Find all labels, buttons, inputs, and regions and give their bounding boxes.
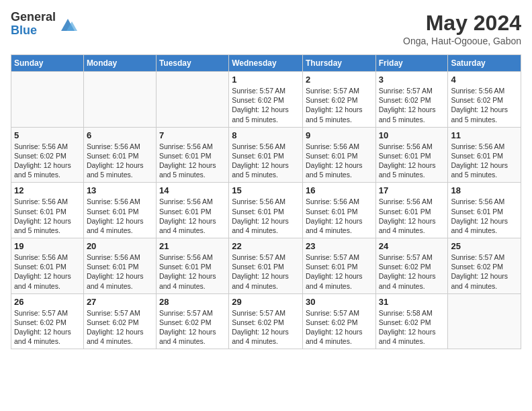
calendar-cell: 4Sunrise: 5:56 AMSunset: 6:02 PMDaylight…: [448, 72, 521, 128]
calendar-cell: 6Sunrise: 5:56 AMSunset: 6:01 PMDaylight…: [83, 127, 156, 183]
calendar-cell: 11Sunrise: 5:56 AMSunset: 6:01 PMDayligh…: [448, 127, 521, 183]
day-info: Sunrise: 5:56 AMSunset: 6:01 PMDaylight:…: [379, 142, 445, 180]
day-info: Sunrise: 5:57 AMSunset: 6:02 PMDaylight:…: [451, 253, 518, 291]
day-number: 27: [87, 297, 153, 307]
day-info: Sunrise: 5:56 AMSunset: 6:01 PMDaylight:…: [14, 253, 81, 291]
calendar-cell: 23Sunrise: 5:57 AMSunset: 6:01 PMDayligh…: [302, 238, 375, 294]
header-day: Monday: [83, 55, 156, 72]
day-number: 13: [87, 185, 153, 195]
calendar-week: 12Sunrise: 5:56 AMSunset: 6:01 PMDayligh…: [11, 183, 521, 238]
calendar-cell: 20Sunrise: 5:56 AMSunset: 6:01 PMDayligh…: [83, 238, 156, 294]
calendar-cell: [11, 72, 84, 128]
day-info: Sunrise: 5:56 AMSunset: 6:01 PMDaylight:…: [232, 142, 300, 180]
day-info: Sunrise: 5:56 AMSunset: 6:01 PMDaylight:…: [159, 253, 226, 291]
header-row: SundayMondayTuesdayWednesdayThursdayFrid…: [11, 55, 521, 72]
calendar-week: 19Sunrise: 5:56 AMSunset: 6:01 PMDayligh…: [11, 238, 521, 294]
day-info: Sunrise: 5:57 AMSunset: 6:02 PMDaylight:…: [159, 308, 226, 347]
calendar-cell: 1Sunrise: 5:57 AMSunset: 6:02 PMDaylight…: [229, 72, 303, 128]
header-day: Friday: [375, 55, 448, 72]
day-info: Sunrise: 5:56 AMSunset: 6:01 PMDaylight:…: [14, 197, 81, 235]
logo-blue: Blue: [11, 24, 56, 38]
calendar-cell: 5Sunrise: 5:56 AMSunset: 6:02 PMDaylight…: [11, 127, 84, 183]
day-info: Sunrise: 5:57 AMSunset: 6:02 PMDaylight:…: [232, 308, 300, 347]
day-number: 4: [451, 75, 518, 85]
day-info: Sunrise: 5:57 AMSunset: 6:02 PMDaylight:…: [232, 86, 300, 124]
day-number: 22: [232, 241, 300, 251]
day-info: Sunrise: 5:56 AMSunset: 6:01 PMDaylight:…: [451, 142, 518, 180]
header-day: Thursday: [302, 55, 375, 72]
calendar-cell: [156, 72, 228, 128]
day-info: Sunrise: 5:57 AMSunset: 6:02 PMDaylight:…: [379, 253, 445, 291]
calendar-cell: 15Sunrise: 5:56 AMSunset: 6:01 PMDayligh…: [229, 183, 303, 238]
calendar-cell: 13Sunrise: 5:56 AMSunset: 6:01 PMDayligh…: [83, 183, 156, 238]
day-info: Sunrise: 5:56 AMSunset: 6:01 PMDaylight:…: [379, 197, 445, 235]
day-number: 5: [14, 130, 81, 140]
day-info: Sunrise: 5:58 AMSunset: 6:02 PMDaylight:…: [379, 308, 445, 347]
day-number: 14: [159, 185, 226, 195]
title-block: May 2024 Onga, Haut-Ogooue, Gabon: [403, 11, 521, 46]
calendar-cell: 19Sunrise: 5:56 AMSunset: 6:01 PMDayligh…: [11, 238, 84, 294]
day-number: 2: [306, 75, 373, 85]
calendar-cell: 16Sunrise: 5:56 AMSunset: 6:01 PMDayligh…: [302, 183, 375, 238]
header-day: Sunday: [11, 55, 84, 72]
day-number: 3: [379, 75, 445, 85]
calendar-cell: 10Sunrise: 5:56 AMSunset: 6:01 PMDayligh…: [375, 127, 448, 183]
header-day: Tuesday: [156, 55, 228, 72]
calendar-cell: [448, 293, 521, 349]
calendar-cell: 21Sunrise: 5:56 AMSunset: 6:01 PMDayligh…: [156, 238, 228, 294]
day-number: 7: [159, 130, 226, 140]
logo-general: General: [11, 11, 56, 24]
page-header: General Blue May 2024 Onga, Haut-Ogooue,…: [11, 11, 521, 46]
calendar-cell: 2Sunrise: 5:57 AMSunset: 6:02 PMDaylight…: [302, 72, 375, 128]
calendar-cell: [83, 72, 156, 128]
calendar-week: 26Sunrise: 5:57 AMSunset: 6:02 PMDayligh…: [11, 293, 521, 349]
day-number: 26: [14, 297, 81, 307]
calendar-cell: 28Sunrise: 5:57 AMSunset: 6:02 PMDayligh…: [156, 293, 228, 349]
day-info: Sunrise: 5:56 AMSunset: 6:01 PMDaylight:…: [87, 142, 153, 180]
day-info: Sunrise: 5:56 AMSunset: 6:01 PMDaylight:…: [306, 142, 373, 180]
day-number: 31: [379, 297, 445, 307]
day-info: Sunrise: 5:57 AMSunset: 6:02 PMDaylight:…: [87, 308, 153, 347]
calendar-cell: 27Sunrise: 5:57 AMSunset: 6:02 PMDayligh…: [83, 293, 156, 349]
day-number: 19: [14, 241, 81, 251]
calendar-cell: 17Sunrise: 5:56 AMSunset: 6:01 PMDayligh…: [375, 183, 448, 238]
day-info: Sunrise: 5:56 AMSunset: 6:01 PMDaylight:…: [159, 197, 226, 235]
calendar-cell: 22Sunrise: 5:57 AMSunset: 6:01 PMDayligh…: [229, 238, 303, 294]
day-info: Sunrise: 5:56 AMSunset: 6:02 PMDaylight:…: [451, 86, 518, 124]
day-number: 6: [87, 130, 153, 140]
calendar-cell: 25Sunrise: 5:57 AMSunset: 6:02 PMDayligh…: [448, 238, 521, 294]
calendar-week: 1Sunrise: 5:57 AMSunset: 6:02 PMDaylight…: [11, 72, 521, 128]
day-info: Sunrise: 5:56 AMSunset: 6:01 PMDaylight:…: [306, 197, 373, 235]
day-number: 17: [379, 185, 445, 195]
day-info: Sunrise: 5:56 AMSunset: 6:01 PMDaylight:…: [159, 142, 226, 180]
calendar-cell: 9Sunrise: 5:56 AMSunset: 6:01 PMDaylight…: [302, 127, 375, 183]
calendar-header: SundayMondayTuesdayWednesdayThursdayFrid…: [11, 55, 521, 72]
day-number: 25: [451, 241, 518, 251]
day-number: 12: [14, 185, 81, 195]
day-info: Sunrise: 5:57 AMSunset: 6:02 PMDaylight:…: [306, 86, 373, 124]
day-info: Sunrise: 5:57 AMSunset: 6:02 PMDaylight:…: [379, 86, 445, 124]
calendar-cell: 14Sunrise: 5:56 AMSunset: 6:01 PMDayligh…: [156, 183, 228, 238]
day-number: 23: [306, 241, 373, 251]
calendar-cell: 7Sunrise: 5:56 AMSunset: 6:01 PMDaylight…: [156, 127, 228, 183]
day-number: 8: [232, 130, 300, 140]
logo: General Blue: [11, 11, 77, 38]
header-day: Wednesday: [229, 55, 303, 72]
logo-icon: [58, 15, 77, 34]
day-number: 9: [306, 130, 373, 140]
calendar-cell: 26Sunrise: 5:57 AMSunset: 6:02 PMDayligh…: [11, 293, 84, 349]
main-title: May 2024: [403, 11, 521, 36]
calendar-body: 1Sunrise: 5:57 AMSunset: 6:02 PMDaylight…: [11, 72, 521, 349]
day-number: 29: [232, 297, 300, 307]
day-info: Sunrise: 5:57 AMSunset: 6:01 PMDaylight:…: [232, 253, 300, 291]
day-number: 24: [379, 241, 445, 251]
day-info: Sunrise: 5:57 AMSunset: 6:01 PMDaylight:…: [306, 253, 373, 291]
calendar-cell: 30Sunrise: 5:57 AMSunset: 6:02 PMDayligh…: [302, 293, 375, 349]
day-number: 1: [232, 75, 300, 85]
day-info: Sunrise: 5:56 AMSunset: 6:01 PMDaylight:…: [87, 253, 153, 291]
calendar-cell: 8Sunrise: 5:56 AMSunset: 6:01 PMDaylight…: [229, 127, 303, 183]
day-number: 15: [232, 185, 300, 195]
subtitle: Onga, Haut-Ogooue, Gabon: [403, 36, 521, 46]
header-day: Saturday: [448, 55, 521, 72]
day-number: 10: [379, 130, 445, 140]
